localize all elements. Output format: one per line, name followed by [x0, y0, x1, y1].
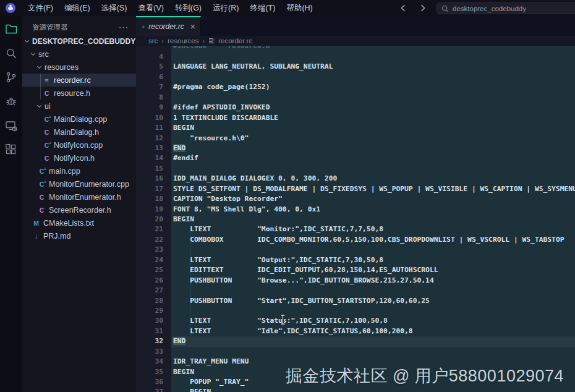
code-text[interactable]: COMBOBOX IDC_COMBO_MONITOR,60,5,150,100,…	[171, 235, 575, 245]
code-line-19: 19FONT 8, "MS Shell Dlg", 400, 0, 0x1	[136, 205, 575, 215]
tree-folder-DESKTOPREC_CODEBUDDY[interactable]: DESKTOPREC_CODEBUDDY	[22, 35, 136, 48]
code-line-13: 13END	[136, 143, 575, 153]
menu-item[interactable]: 运行(R)	[207, 0, 244, 16]
code-text[interactable]: LTEXT "Monitor:",IDC_STATIC,7,7,50,8	[171, 224, 575, 234]
tab-recorder-rc[interactable]: recorder.rc ×	[136, 16, 201, 36]
code-text[interactable]	[171, 93, 575, 103]
code-text[interactable]: 1 TEXTINCLUDE DISCARDABLE	[171, 113, 575, 123]
cpp-file-icon: C	[43, 116, 51, 123]
tree-file-recorder.rc[interactable]: ≡recorder.rc	[22, 74, 136, 87]
code-text[interactable]: "resource.h\0"	[171, 134, 575, 143]
explorer-panel: 资源管理器 ··· DESKTOPREC_CODEBUDDYsrcresourc…	[22, 16, 136, 392]
code-text[interactable]: LANGUAGE LANG_NEUTRAL, SUBLANG_NEUTRAL	[171, 62, 575, 72]
line-number: 27	[136, 286, 171, 296]
line-number: 31	[136, 326, 171, 336]
code-text[interactable]	[171, 245, 575, 255]
tree-file-NotifyIcon.cpp[interactable]: CNotifyIcon.cpp	[22, 138, 136, 151]
code-text[interactable]: CAPTION "Desktop Recorder"	[171, 194, 575, 204]
search-input[interactable]	[453, 5, 564, 12]
code-text[interactable]: LTEXT "Status:",IDC_STATIC,7,100,50,8	[171, 316, 575, 326]
code-line-21: 21 LTEXT "Monitor:",IDC_STATIC,7,7,50,8	[136, 224, 575, 234]
tree-file-MonitorEnumerator.h[interactable]: CMonitorEnumerator.h	[22, 190, 136, 203]
tree-file-MainDialog.cpp[interactable]: CMainDialog.cpp	[22, 113, 136, 126]
line-number: 37	[136, 387, 171, 392]
code-text[interactable]: BEGIN	[171, 387, 575, 392]
code-line-30: 30 LTEXT "Status:",IDC_STATIC,7,100,50,8	[136, 316, 575, 326]
code-text[interactable]: PUSHBUTTON "Browse...",IDC_BUTTON_BROWSE…	[171, 276, 575, 286]
code-text[interactable]: FONT 8, "MS Shell Dlg", 400, 0, 0x1	[171, 205, 575, 215]
tree-file-resource.h[interactable]: Cresource.h	[22, 87, 136, 100]
menu-item[interactable]: 终端(T)	[244, 0, 281, 16]
word-occurrence-highlight: END	[173, 144, 185, 152]
tree-file-MainDialog.h[interactable]: CMainDialog.h	[22, 126, 136, 138]
extensions-icon[interactable]	[4, 142, 19, 157]
code-line-32: 32END	[136, 336, 575, 346]
menu-item[interactable]: 选择(S)	[96, 0, 133, 16]
code-text[interactable]: #endif	[171, 153, 575, 163]
menu-item[interactable]: 文件(F)	[22, 0, 59, 16]
tree-folder-src[interactable]: src	[22, 48, 136, 61]
line-number: 6	[136, 72, 171, 82]
code-editor: 45LANGUAGE LANG_NEUTRAL, SUBLANG_NEUTRAL…	[136, 52, 575, 392]
close-icon[interactable]: ×	[190, 23, 195, 30]
breadcrumb-item[interactable]: resources	[168, 37, 199, 45]
code-text[interactable]: PUSHBUTTON "Start",IDC_BUTTON_STARTSTOP,…	[171, 296, 575, 306]
menu-item[interactable]: 查看(V)	[132, 0, 169, 16]
tree-item-label: DESKTOPREC_CODEBUDDY	[32, 37, 135, 46]
code-text[interactable]	[171, 347, 575, 357]
breadcrumb-item[interactable]: src	[148, 37, 158, 45]
code-line-4: 4	[136, 52, 575, 62]
tree-file-ScreenRecorder.h[interactable]: CScreenRecorder.h	[22, 203, 136, 216]
tree-file-main.cpp[interactable]: Cmain.cpp	[22, 164, 136, 177]
code-line-5: 5LANGUAGE LANG_NEUTRAL, SUBLANG_NEUTRAL	[136, 62, 575, 72]
tree-folder-resources[interactable]: resources	[22, 61, 136, 74]
remote-monitor-icon[interactable]	[4, 118, 19, 133]
line-number: 15	[136, 164, 171, 174]
tree-folder-ui[interactable]: ui	[22, 100, 136, 113]
menu-item[interactable]: 编辑(E)	[59, 0, 96, 16]
tab-bar: recorder.rc ×	[136, 16, 575, 36]
code-text[interactable]: END	[171, 143, 575, 153]
history-back-icon[interactable]	[398, 3, 408, 13]
tree-item-label: PRJ.md	[43, 232, 70, 241]
code-text[interactable]: BEGIN	[171, 215, 575, 224]
command-search-box[interactable]	[437, 2, 575, 14]
search-icon[interactable]	[4, 46, 19, 61]
menu-item[interactable]: 转到(G)	[169, 0, 207, 16]
run-debug-icon[interactable]	[4, 94, 19, 109]
code-line-17: 17STYLE DS_SETFONT | DS_MODALFRAME | DS_…	[136, 184, 575, 194]
code-text[interactable]: STYLE DS_SETFONT | DS_MODALFRAME | DS_FI…	[171, 184, 575, 194]
tree-item-label: NotifyIcon.cpp	[54, 141, 103, 150]
history-forward-icon[interactable]	[418, 3, 428, 13]
code-line-11: 11BEGIN	[136, 123, 575, 133]
more-actions-icon[interactable]: ···	[119, 24, 129, 30]
h-file-icon: C	[43, 155, 51, 162]
tree-file-NotifyIcon.h[interactable]: CNotifyIcon.h	[22, 151, 136, 164]
code-text[interactable]	[171, 164, 575, 174]
code-text[interactable]	[171, 72, 575, 82]
breadcrumb-separator-icon: ›	[161, 37, 164, 45]
code-text[interactable]: #pragma code_page(1252)	[171, 82, 575, 92]
code-text[interactable]: LTEXT "Output:",IDC_STATIC,7,30,50,8	[171, 255, 575, 265]
breadcrumb-item[interactable]: recorder.rc	[208, 37, 252, 45]
code-text[interactable]	[171, 52, 575, 62]
code-text[interactable]: #ifdef APSTUDIO_INVOKED	[171, 103, 575, 113]
code-line-24: 24 LTEXT "Output:",IDC_STATIC,7,30,50,8	[136, 255, 575, 265]
line-number: 7	[136, 82, 171, 92]
tree-file-MonitorEnumerator.cpp[interactable]: CMonitorEnumerator.cpp	[22, 177, 136, 190]
code-text[interactable]	[171, 286, 575, 296]
code-line-28: 28 PUSHBUTTON "Start",IDC_BUTTON_STARTST…	[136, 296, 575, 306]
code-text[interactable]: LTEXT "Idle",IDC_STATIC_STATUS,60,100,20…	[171, 326, 575, 336]
explorer-icon[interactable]	[4, 22, 19, 36]
code-text[interactable]: BEGIN	[171, 123, 575, 133]
code-text[interactable]: IDD_MAIN_DIALOG DIALOGEX 0, 0, 300, 200	[171, 174, 575, 184]
code-line-8: 8	[136, 93, 575, 103]
code-text[interactable]	[171, 306, 575, 316]
source-control-icon[interactable]	[4, 70, 19, 85]
code-text[interactable]: EDITTEXT IDC_EDIT_OUTPUT,60,28,150,14,ES…	[171, 265, 575, 275]
menu-item[interactable]: 帮助(H)	[281, 0, 318, 16]
tree-file-PRJ.md[interactable]: ↓PRJ.md	[22, 229, 136, 242]
tree-file-CMakeLists.txt[interactable]: MCMakeLists.txt	[22, 216, 136, 229]
tree-indent-guide	[40, 74, 41, 100]
line-number: 11	[136, 123, 171, 133]
